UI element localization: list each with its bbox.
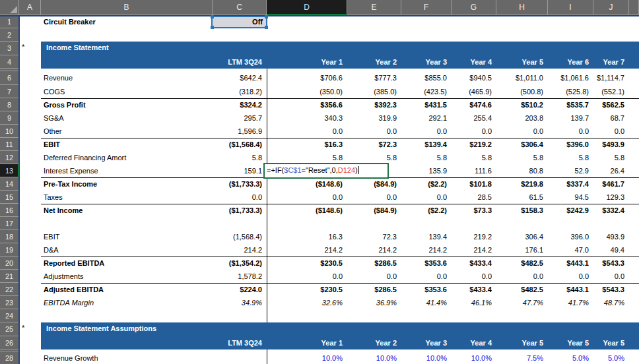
- cell-B10[interactable]: Other: [41, 125, 213, 138]
- cell-B19[interactable]: D&A: [41, 243, 213, 257]
- cell-I23[interactable]: 41.7%: [548, 296, 593, 309]
- cell-F28[interactable]: 10.0%: [401, 351, 452, 364]
- cell-B15[interactable]: Taxes: [41, 191, 213, 204]
- period-header-year-6[interactable]: Year 6: [548, 55, 593, 69]
- column-header-B[interactable]: B: [41, 0, 213, 15]
- column-header-C[interactable]: C: [213, 0, 267, 15]
- cell-B22[interactable]: Adjusted EBITDA: [41, 283, 213, 296]
- cell-H13[interactable]: 80.8: [496, 164, 548, 177]
- cell-H16[interactable]: $158.3: [496, 204, 548, 217]
- cell-H10[interactable]: 0.0: [496, 125, 548, 138]
- cell-B28[interactable]: Revenue Growth: [41, 351, 213, 364]
- cell-F16[interactable]: ($2.2): [401, 204, 452, 217]
- cell-G11[interactable]: $219.2: [452, 138, 496, 151]
- cell-J12[interactable]: 5.8: [593, 151, 629, 164]
- cell-B18[interactable]: EBIT: [41, 230, 213, 243]
- cell-G12[interactable]: 5.8: [452, 151, 496, 164]
- cell-C15[interactable]: 0.0: [213, 191, 267, 204]
- cell-H6[interactable]: $1,011.0: [496, 71, 548, 85]
- cell-F12[interactable]: 5.8: [401, 151, 452, 164]
- row-header-4[interactable]: 4: [0, 55, 19, 69]
- cell-D9[interactable]: 340.3: [267, 111, 347, 125]
- cell-G10[interactable]: 0.0: [452, 125, 496, 138]
- cell-I7[interactable]: (525.8): [548, 85, 593, 98]
- cell-C20[interactable]: ($1,354.2): [213, 257, 267, 270]
- selection-handle-icon[interactable]: [265, 15, 268, 18]
- cell-H21[interactable]: 0.0: [496, 270, 548, 283]
- cell-E16[interactable]: ($84.9): [347, 204, 401, 217]
- cell-C21[interactable]: 1,578.2: [213, 270, 267, 283]
- cell-I10[interactable]: 0.0: [548, 125, 593, 138]
- selection-handle-icon[interactable]: [211, 26, 214, 29]
- period-header-year-3[interactable]: Year 3: [401, 336, 452, 349]
- row-header-15[interactable]: 15: [0, 191, 19, 204]
- cell-I20[interactable]: $443.1: [548, 257, 593, 270]
- cell-C18[interactable]: (1,568.4): [213, 230, 267, 243]
- cell-J13[interactable]: 26.4: [593, 164, 629, 177]
- circuit-breaker-label[interactable]: Circuit Breaker: [41, 15, 213, 28]
- cell-J28[interactable]: 5.0%: [593, 351, 629, 364]
- cell-E15[interactable]: 0.0: [347, 191, 401, 204]
- cell-C19[interactable]: 214.2: [213, 243, 267, 257]
- period-header-year-4[interactable]: Year 4: [452, 336, 496, 349]
- cell-B21[interactable]: Adjustments: [41, 270, 213, 283]
- cell-H11[interactable]: $306.4: [496, 138, 548, 151]
- cell-J15[interactable]: 129.3: [593, 191, 629, 204]
- cell-B16[interactable]: Net Income: [41, 204, 213, 217]
- cell-H7[interactable]: (500.8): [496, 85, 548, 98]
- cell-I22[interactable]: $443.1: [548, 283, 593, 296]
- cell-B23[interactable]: EBITDA Margin: [41, 296, 213, 309]
- cell-J23[interactable]: 48.7%: [593, 296, 629, 309]
- cell-J22[interactable]: $543.3: [593, 283, 629, 296]
- column-header-G[interactable]: G: [452, 0, 496, 15]
- row-header-21[interactable]: 21: [0, 270, 19, 283]
- cell-H23[interactable]: 47.7%: [496, 296, 548, 309]
- cell-I16[interactable]: $242.9: [548, 204, 593, 217]
- row-header-2[interactable]: 2: [0, 28, 19, 42]
- cell-F22[interactable]: $353.6: [401, 283, 452, 296]
- cell-C9[interactable]: 295.7: [213, 111, 267, 125]
- period-header-year-5[interactable]: Year 5: [593, 336, 629, 349]
- cell-C13[interactable]: 159.1: [213, 164, 267, 177]
- cell-F13[interactable]: 135.9: [401, 164, 452, 177]
- cell-J7[interactable]: (552.1): [593, 85, 629, 98]
- cell-F11[interactable]: $139.4: [401, 138, 452, 151]
- cell-F8[interactable]: $431.5: [401, 98, 452, 111]
- cell-H8[interactable]: $510.2: [496, 98, 548, 111]
- cell-E9[interactable]: 319.9: [347, 111, 401, 125]
- cell-B12[interactable]: Deferred Financing Amort: [41, 151, 213, 164]
- row-header-14[interactable]: 14: [0, 177, 19, 191]
- cell-J18[interactable]: 493.9: [593, 230, 629, 243]
- cell-D23[interactable]: 32.6%: [267, 296, 347, 309]
- cell-D11[interactable]: $16.3: [267, 138, 347, 151]
- cell-J8[interactable]: $562.5: [593, 98, 629, 111]
- cell-D19[interactable]: 214.2: [267, 243, 347, 257]
- row-header-9[interactable]: 9: [0, 111, 19, 125]
- period-header-ltm[interactable]: LTM 3Q24: [213, 55, 267, 69]
- cell-I9[interactable]: 139.7: [548, 111, 593, 125]
- cell-G16[interactable]: $73.3: [452, 204, 496, 217]
- cell-E23[interactable]: 36.9%: [347, 296, 401, 309]
- row-header-26[interactable]: 26: [0, 336, 19, 349]
- period-header-year-5[interactable]: Year 5: [548, 336, 593, 349]
- cell-D8[interactable]: $356.6: [267, 98, 347, 111]
- cell-G6[interactable]: $940.5: [452, 71, 496, 85]
- cell-F23[interactable]: 41.4%: [401, 296, 452, 309]
- cell-G18[interactable]: 219.2: [452, 230, 496, 243]
- cell-I8[interactable]: $535.7: [548, 98, 593, 111]
- cell-F18[interactable]: 139.4: [401, 230, 452, 243]
- cell-G23[interactable]: 46.1%: [452, 296, 496, 309]
- cell-I13[interactable]: 52.9: [548, 164, 593, 177]
- cell-C16[interactable]: ($1,733.3): [213, 204, 267, 217]
- row-header-28[interactable]: 28: [0, 351, 19, 364]
- cell-F7[interactable]: (423.5): [401, 85, 452, 98]
- row-header-3[interactable]: 3: [0, 42, 19, 55]
- column-header-I[interactable]: I: [548, 0, 593, 15]
- column-header-E[interactable]: E: [347, 0, 401, 15]
- column-header-J[interactable]: J: [593, 0, 629, 15]
- cell-D6[interactable]: $706.6: [267, 71, 347, 85]
- cell-G20[interactable]: $433.4: [452, 257, 496, 270]
- cell-C11[interactable]: ($1,568.4): [213, 138, 267, 151]
- circuit-breaker-value-cell[interactable]: Off: [211, 16, 267, 28]
- cell-G22[interactable]: $433.4: [452, 283, 496, 296]
